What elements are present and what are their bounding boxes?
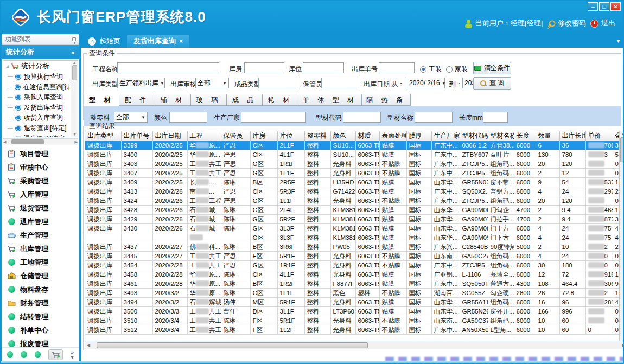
dot-icon[interactable]: [35, 351, 41, 358]
column-header-出库类型[interactable]: 出库类型: [85, 131, 121, 141]
product-type-input[interactable]: [258, 78, 298, 88]
column-header-颜色[interactable]: 颜色: [330, 131, 355, 141]
tree-item-收货入库查询[interactable]: 收货入库查询: [3, 113, 71, 123]
table-row[interactable]: 调拨出库34072020/2/25工共工程严思G区1L1F整料光身料6063-T…: [85, 169, 623, 178]
tree-root-statistics[interactable]: ◢统计分析: [3, 61, 71, 72]
logout-button[interactable]: 退出: [590, 18, 615, 28]
sidebar-item-出库管理[interactable]: 出库管理: [2, 242, 79, 256]
radio-workwear[interactable]: 工装: [420, 65, 442, 74]
column-header-保管员[interactable]: 保管员: [221, 131, 250, 141]
sidebar-item-退库管理[interactable]: 退库管理: [2, 215, 79, 228]
table-row[interactable]: 调拨出库34302020/2/26石城陈琳G区3L3F整料KLM38176063…: [85, 224, 623, 233]
table-row[interactable]: 调拨出库34372020/2/27佛科...陈琳B区3R6F整料PW056063…: [85, 242, 623, 252]
sidebar-item-报废管理[interactable]: 报废管理: [2, 337, 79, 347]
dot-icon[interactable]: [7, 351, 13, 358]
table-row[interactable]: 调拨出库35002020/3/3工共工程曹佳D区3L1F整料LT3P606063…: [85, 307, 623, 316]
section-statistics[interactable]: 统计分析 «: [2, 45, 79, 59]
tab-close-icon[interactable]: ×: [179, 37, 183, 45]
table-row[interactable]: 调拨出库34542020/2/28工共工程严思G区1R1F整料光身料6063-T…: [85, 261, 623, 270]
outbound-audit-select[interactable]: 全部▼: [195, 78, 229, 88]
material-tab-辅材[interactable]: 辅 材: [155, 94, 191, 106]
radio-homewear[interactable]: 家装: [446, 65, 468, 74]
column-header-出库日期[interactable]: 出库日期: [152, 131, 187, 141]
table-row[interactable]: 调拨出库34932020/3/2华原...陈琳C区1L1F整料黑色塑料不贴膜国标…: [85, 289, 623, 298]
tree-item-在途信息查询[待[interactable]: 在途信息查询[待: [3, 82, 71, 92]
material-tab-单体型材[interactable]: 单 体 型 材: [298, 94, 362, 106]
material-tab-玻璃[interactable]: 玻 璃: [191, 94, 227, 106]
tree-item-退货查询[待定][interactable]: 退货查询[待定]: [3, 123, 71, 133]
column-header-出库长度[interactable]: 出库长度: [559, 131, 585, 141]
profile-code-input[interactable]: [343, 112, 381, 123]
profile-name-input[interactable]: [415, 112, 453, 123]
tree-item-采购入库查询[interactable]: 采购入库查询: [3, 92, 71, 103]
order-no-input[interactable]: [379, 62, 415, 73]
material-tab-成品[interactable]: 成 品: [227, 94, 263, 106]
cart-shortcut-button[interactable]: [48, 349, 63, 360]
table-row[interactable]: 调拨出库34612020/2/28华原...陈琳B区1R2F整料F8877FT6…: [85, 279, 623, 289]
whole-piece-select[interactable]: 全部▼: [114, 112, 148, 123]
tab-overflow-icon[interactable]: ▾: [617, 38, 620, 44]
project-name-input[interactable]: [117, 62, 219, 73]
column-header-膜厚[interactable]: 膜厚: [406, 131, 431, 141]
column-header-工程[interactable]: 工程: [187, 131, 221, 141]
column-header-整零料[interactable]: 整零料: [304, 131, 330, 141]
sidebar-item-退货管理[interactable]: 退货管理: [2, 201, 79, 215]
date-from-select[interactable]: 2020/ 2/16▼: [407, 78, 445, 88]
sidebar-item-工地管理[interactable]: 工地管理: [2, 256, 79, 269]
column-header-生产厂家[interactable]: 生产厂家: [431, 131, 460, 141]
table-row[interactable]: 调拨出库35102020/3/4工共工程陈琳F区5R1F整料光身料6063-T5…: [85, 316, 623, 325]
expand-more-button[interactable]: »▾: [71, 350, 74, 360]
sidebar-item-仓储管理[interactable]: 仓储管理: [2, 269, 79, 283]
grid-vertical-scrollbar[interactable]: ▲: [619, 131, 623, 341]
outbound-type-select[interactable]: 生产领料出库▼: [117, 78, 165, 88]
sidebar-item-入库管理[interactable]: 入库管理: [2, 188, 79, 201]
warehouse-input[interactable]: [244, 62, 284, 73]
sidebar-item-项目管理[interactable]: 项目管理: [2, 147, 79, 161]
table-row[interactable]: 调拨出库34002020/2/25华原...严思C区4L1F整料SU10...6…: [85, 150, 623, 159]
column-header-表面处理[interactable]: 表面处理: [379, 131, 406, 141]
table-row[interactable]: 调拨出库34092020/2/25长...陈琳B区2R5F整料LI35HD606…: [85, 178, 623, 187]
color-input[interactable]: [169, 112, 207, 123]
length-input[interactable]: [483, 112, 508, 123]
material-tab-型材[interactable]: 型 材: [84, 94, 119, 106]
sidebar-item-物料盘存[interactable]: 物料盘存: [2, 283, 79, 296]
material-tab-配件[interactable]: 配 件: [119, 94, 155, 106]
column-header-库位[interactable]: 库位: [277, 131, 304, 141]
column-header-材质[interactable]: 材质: [355, 131, 379, 141]
column-header-型材代码[interactable]: 型材代码: [460, 131, 488, 141]
search-button[interactable]: 查 询: [473, 77, 511, 90]
material-tab-耗材[interactable]: 耗 材: [263, 94, 298, 106]
location-input[interactable]: [303, 62, 344, 73]
tab-home[interactable]: ⌂ 起始页: [81, 35, 127, 48]
sidebar-item-补单中心[interactable]: 补单中心: [2, 323, 79, 337]
column-header-数量[interactable]: 数量: [536, 131, 559, 141]
collapse-icon[interactable]: «: [71, 48, 75, 56]
tree-item-退库管理[待定[interactable]: 退库管理[待定: [3, 133, 71, 137]
maker-input[interactable]: [241, 112, 306, 123]
table-row[interactable]: 调拨出库34452020/2/27工共工程严思F区5R1F整料光身料6063-T…: [85, 252, 623, 261]
table-row[interactable]: 调拨出库34942020/3/2石辉城汤伟M区5R1F整料光身料6063-T5贴…: [85, 298, 623, 307]
clear-conditions-button[interactable]: 清空条件: [473, 62, 511, 74]
keeper-input[interactable]: [321, 78, 359, 88]
tree-item-发货出库查询[interactable]: 发货出库查询: [3, 103, 71, 113]
sidebar-item-审核中心[interactable]: 审核中心: [2, 161, 79, 174]
column-header-单价[interactable]: 单价: [585, 131, 613, 141]
tree-item-预算执行查询[interactable]: 预算执行查询: [3, 72, 71, 82]
column-header-库房[interactable]: 库房: [250, 131, 277, 141]
pin-icon[interactable]: [72, 37, 76, 41]
sidebar-item-财务管理[interactable]: 财务管理: [2, 296, 79, 310]
grid-horizontal-scrollbar[interactable]: ◀▶: [85, 341, 623, 349]
maximize-button[interactable]: □: [599, 2, 609, 11]
column-header-出库单号[interactable]: 出库单号: [121, 131, 152, 141]
dot-icon[interactable]: [21, 351, 27, 358]
close-button[interactable]: ×: [610, 2, 621, 11]
tab-shipment-outbound-query[interactable]: 发货出库查询 ×: [127, 35, 189, 48]
tree-vertical-scrollbar[interactable]: ▲▼: [71, 61, 78, 137]
sidebar-item-采购管理[interactable]: 采购管理: [2, 174, 79, 188]
table-row[interactable]: 调拨出库34132020/2/26南...严思C区5R3F整料G71422606…: [85, 187, 623, 196]
table-row[interactable]: 调拨出库34282020/2/26石城陈琳G区2L4F整料KLM38176063…: [85, 206, 623, 215]
change-password-button[interactable]: 修改密码: [547, 18, 586, 28]
table-row[interactable]: 调拨出库33992020/2/25华原...严思C区2L1F整料SU10...6…: [85, 141, 623, 150]
table-row[interactable]: 调拨出库34242020/2/26工工程严思G区1L1F整料光身料6063-T5…: [85, 196, 623, 206]
table-row[interactable]: G区3L3F整料KLM38176063-T5贴膜国标山东华...GA90M09.…: [85, 233, 623, 242]
